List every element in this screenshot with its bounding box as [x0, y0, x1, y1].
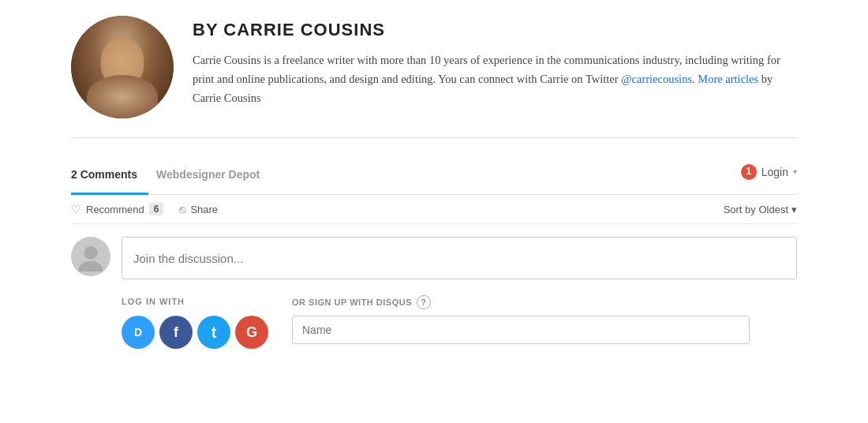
google-login-button[interactable]: G: [235, 316, 268, 349]
page-container: BY CARRIE COUSINS Carrie Cousins is a fr…: [47, 0, 821, 365]
share-label: Share: [190, 204, 218, 215]
login-notification-badge: 1: [741, 164, 757, 180]
author-avatar: [71, 16, 174, 118]
log-in-with-label: LOG IN WITH: [122, 295, 268, 309]
log-in-with-section: LOG IN WITH D f t G: [122, 295, 268, 349]
svg-point-0: [84, 246, 97, 260]
tab-webdesigner-depot[interactable]: Webdesigner Depot: [156, 158, 271, 195]
login-area: LOG IN WITH D f t G: [71, 289, 797, 349]
disqus-login-button[interactable]: D: [122, 316, 155, 349]
author-info: BY CARRIE COUSINS Carrie Cousins is a fr…: [193, 16, 797, 108]
author-twitter-link[interactable]: @carriecousins: [621, 73, 692, 85]
sort-chevron-icon: ▾: [791, 204, 797, 215]
sort-button[interactable]: Sort by Oldest ▾: [724, 204, 797, 215]
share-button[interactable]: ⎋ Share: [179, 203, 218, 215]
author-bio: Carrie Cousins is a freelance writer wit…: [193, 51, 797, 108]
tab-comments[interactable]: 2 Comments: [71, 158, 148, 195]
author-section: BY CARRIE COUSINS Carrie Cousins is a fr…: [71, 16, 797, 138]
heart-icon: ♡: [71, 203, 81, 215]
comment-input-area: [71, 224, 797, 289]
social-icons-group: D f t G: [122, 316, 268, 349]
or-signup-section: OR SIGN UP WITH DISQUS ?: [292, 295, 750, 344]
comments-section: 2 Comments Webdesigner Depot 1 Login ▾ ♡…: [71, 157, 797, 349]
recommend-count: 6: [149, 203, 164, 215]
author-bio-text: Carrie Cousins is a freelance writer wit…: [193, 54, 780, 85]
author-more-articles-link[interactable]: More articles: [698, 73, 758, 85]
facebook-login-button[interactable]: f: [159, 316, 193, 349]
author-avatar-image: [71, 16, 174, 118]
recommend-button[interactable]: ♡ Recommend 6: [71, 203, 163, 215]
comment-text-input[interactable]: [122, 237, 797, 279]
default-avatar-icon: [76, 241, 106, 271]
comments-tabs: 2 Comments Webdesigner Depot 1 Login ▾: [71, 157, 797, 195]
commenter-avatar: [71, 237, 110, 276]
or-signup-label: OR SIGN UP WITH DISQUS ?: [292, 295, 750, 309]
actions-bar: ♡ Recommend 6 ⎋ Share Sort by Oldest ▾: [71, 195, 797, 224]
share-icon: ⎋: [179, 203, 185, 215]
author-name: BY CARRIE COUSINS: [193, 16, 797, 43]
svg-point-1: [79, 261, 103, 271]
sort-label: Sort by Oldest: [724, 204, 788, 215]
twitter-login-button[interactable]: t: [197, 316, 230, 349]
login-chevron-icon: ▾: [793, 166, 797, 178]
signup-name-input[interactable]: [292, 316, 750, 344]
login-tab-area[interactable]: 1 Login ▾: [741, 163, 797, 189]
help-icon[interactable]: ?: [417, 295, 431, 309]
login-label: Login: [761, 163, 788, 181]
recommend-label: Recommend: [86, 204, 144, 215]
